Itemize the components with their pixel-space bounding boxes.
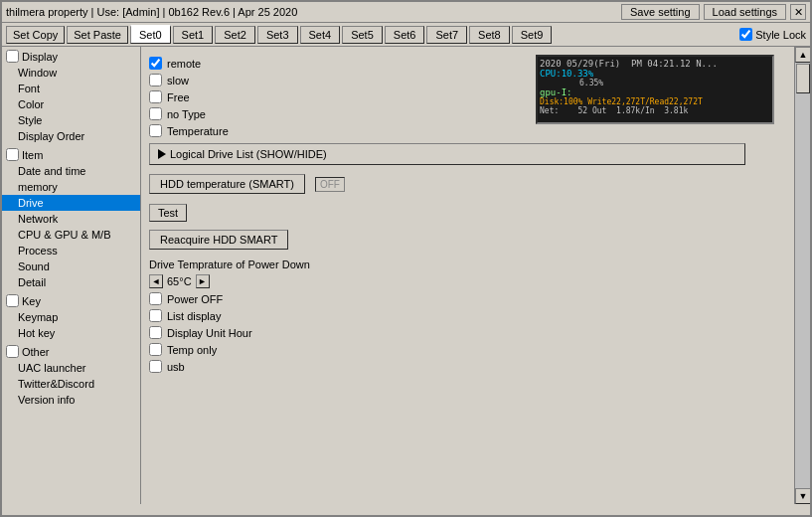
sidebar-category-key: Key [2, 292, 140, 309]
checkbox-listdisplay-row: List display [149, 309, 786, 322]
save-setting-button[interactable]: Save setting [621, 4, 700, 20]
temp-section-label: Drive Temprature of Power Down [149, 258, 786, 270]
checkbox-free-label: Free [167, 91, 190, 103]
sidebar-item-uac-launcher[interactable]: UAC launcher [2, 360, 140, 376]
tab-set7[interactable]: Set7 [426, 26, 467, 44]
checkbox-remote[interactable] [149, 57, 162, 70]
temp-display-row: ◄ 65°C ► [149, 274, 786, 288]
tab-set2[interactable]: Set2 [215, 26, 255, 44]
scroll-up-button[interactable]: ▲ [795, 47, 811, 63]
temp-decrease-button[interactable]: ◄ [149, 274, 163, 288]
sidebar-item-window[interactable]: Window [2, 65, 140, 81]
scroll-track [795, 63, 810, 488]
title-text: thilmera property | Use: [Admin] | 0b162… [6, 6, 617, 18]
sidebar: Display Window Font Color Style Display … [2, 47, 141, 504]
sidebar-item-version-info[interactable]: Version info [2, 392, 140, 408]
sidebar-category-item: Item [2, 146, 140, 163]
checkbox-poweroff-label: Power OFF [167, 293, 223, 305]
monitor-line-4: gpu-I: [540, 87, 770, 97]
triangle-icon [158, 149, 166, 159]
checkbox-listdisplay-label: List display [167, 310, 221, 322]
item-category-checkbox[interactable] [6, 148, 19, 161]
checkbox-slow-label: slow [167, 75, 189, 86]
monitor-line-1: 2020 05/29(Fri) PM 04:21.12 N... [540, 59, 770, 69]
reacquire-hdd-smart-button[interactable]: Reacquire HDD SMART [149, 230, 288, 250]
load-settings-button[interactable]: Load settings [704, 4, 786, 20]
sidebar-item-color[interactable]: Color [2, 96, 140, 112]
tab-set1[interactable]: Set1 [173, 26, 214, 44]
sidebar-item-display-order[interactable]: Display Order [2, 128, 140, 144]
tab-set4[interactable]: Set4 [300, 26, 341, 44]
style-lock-area: Style Lock [739, 28, 806, 41]
sidebar-item-style[interactable]: Style [2, 112, 140, 128]
checkbox-temponly-row: Temp only [149, 343, 786, 356]
display-category-checkbox[interactable] [6, 50, 19, 63]
sidebar-category-other: Other [2, 343, 140, 360]
checkbox-poweroff[interactable] [149, 292, 162, 305]
checkbox-displayunithour[interactable] [149, 326, 162, 339]
sidebar-section-key: Key Keymap Hot key [2, 291, 140, 342]
monitor-line-5: Disk:100% Write22,272T/Read22,272T [540, 97, 770, 106]
toolbar: Set Copy Set Paste Set0 Set1 Set2 Set3 S… [2, 23, 810, 47]
tab-set8[interactable]: Set8 [469, 26, 510, 44]
checkbox-listdisplay[interactable] [149, 309, 162, 322]
sidebar-item-keymap[interactable]: Keymap [2, 309, 140, 325]
monitor-line-3: 6.35% [540, 79, 770, 87]
style-lock-checkbox[interactable] [739, 28, 752, 41]
checkbox-poweroff-row: Power OFF [149, 292, 786, 305]
sidebar-item-memory[interactable]: memory [2, 179, 140, 195]
tab-set3[interactable]: Set3 [257, 26, 298, 44]
set-paste-button[interactable]: Set Paste [67, 26, 128, 44]
tab-set6[interactable]: Set6 [385, 26, 425, 44]
checkbox-slow[interactable] [149, 74, 162, 86]
sidebar-item-hot-key[interactable]: Hot key [2, 325, 140, 341]
sidebar-item-twitter-discord[interactable]: Twitter&Discord [2, 376, 140, 392]
checkbox-notype[interactable] [149, 107, 162, 120]
monitor-line-2: CPU:10.33% [540, 69, 770, 79]
tab-set9[interactable]: Set9 [512, 26, 553, 44]
checkbox-usb-label: usb [167, 361, 185, 373]
checkbox-free[interactable] [149, 90, 162, 103]
checkbox-remote-label: remote [167, 58, 201, 70]
temp-increase-button[interactable]: ► [196, 274, 210, 288]
checkbox-temperature[interactable] [149, 124, 162, 137]
test-button[interactable]: Test [149, 204, 187, 222]
key-category-checkbox[interactable] [6, 294, 19, 307]
key-category-label: Key [22, 295, 41, 307]
item-category-label: Item [22, 149, 43, 161]
checkbox-notype-label: no Type [167, 108, 206, 120]
scroll-thumb[interactable] [796, 64, 810, 93]
style-lock-label: Style Lock [755, 29, 806, 41]
content-area: 2020 05/29(Fri) PM 04:21.12 N... CPU:10.… [141, 47, 794, 504]
sidebar-item-font[interactable]: Font [2, 81, 140, 96]
checkbox-temponly-label: Temp only [167, 344, 217, 356]
tab-set5[interactable]: Set5 [342, 26, 383, 44]
sidebar-section-item: Item Date and time memory Drive Network … [2, 145, 140, 291]
checkbox-temponly[interactable] [149, 343, 162, 356]
checkbox-displayunithour-row: Display Unit Hour [149, 326, 786, 339]
sidebar-item-drive[interactable]: Drive [2, 195, 140, 211]
sidebar-item-detail[interactable]: Detail [2, 274, 140, 290]
scroll-down-button[interactable]: ▼ [795, 488, 811, 504]
checkbox-temperature-label: Temperature [167, 125, 229, 137]
sidebar-category-display: Display [2, 48, 140, 65]
logical-drive-list-button[interactable]: Logical Drive List (SHOW/HIDE) [149, 143, 745, 165]
checkbox-temperature-row: Temperature [149, 124, 786, 137]
other-category-checkbox[interactable] [6, 345, 19, 358]
sidebar-item-network[interactable]: Network [2, 211, 140, 227]
checkbox-displayunithour-label: Display Unit Hour [167, 327, 252, 339]
sidebar-item-sound[interactable]: Sound [2, 258, 140, 274]
display-category-label: Display [22, 51, 58, 63]
sidebar-item-cpu-gpu-mb[interactable]: CPU & GPU & M/B [2, 227, 140, 243]
set-copy-button[interactable]: Set Copy [6, 26, 65, 44]
sidebar-section-other: Other UAC launcher Twitter&Discord Versi… [2, 342, 140, 409]
main-layout: Display Window Font Color Style Display … [2, 47, 810, 504]
sidebar-item-process[interactable]: Process [2, 243, 140, 258]
title-bar: thilmera property | Use: [Admin] | 0b162… [2, 2, 810, 23]
tab-set0[interactable]: Set0 [130, 25, 171, 44]
sidebar-item-date-and-time[interactable]: Date and time [2, 163, 140, 179]
hdd-temp-button[interactable]: HDD temperature (SMART) [149, 174, 305, 194]
checkbox-usb[interactable] [149, 360, 162, 373]
close-button[interactable]: ✕ [790, 4, 806, 20]
logical-drive-list-label: Logical Drive List (SHOW/HIDE) [170, 148, 327, 160]
